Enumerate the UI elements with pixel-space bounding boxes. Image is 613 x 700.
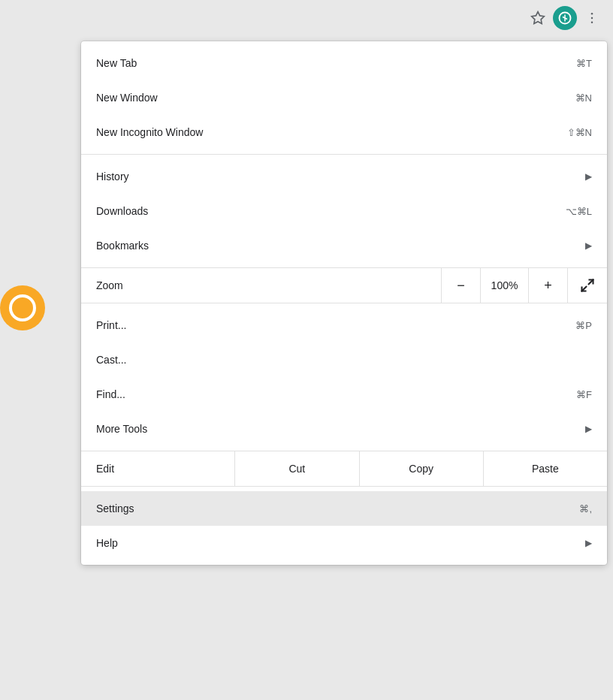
cast-label: Cast...: [96, 354, 126, 366]
zoom-row: Zoom − 100% +: [81, 268, 607, 303]
paste-label: Paste: [532, 463, 559, 475]
settings-label: Settings: [96, 502, 134, 514]
more-tools-arrow: ▶: [585, 424, 592, 434]
edit-text: Edit: [96, 463, 114, 475]
menu-section-windows: New Tab ⌘T New Window ⌘N New Incognito W…: [81, 41, 607, 154]
settings-shortcut: ⌘,: [579, 503, 592, 514]
zoom-controls: − 100% +: [442, 268, 607, 303]
more-options-button[interactable]: [580, 6, 604, 30]
bookmarks-arrow: ▶: [585, 240, 592, 251]
menu-section-settings: Settings ⌘, Help ▶: [81, 487, 607, 565]
zoom-value-display[interactable]: 100%: [481, 268, 529, 303]
new-incognito-shortcut: ⇧⌘N: [567, 127, 592, 138]
menu-item-print[interactable]: Print... ⌘P: [81, 308, 607, 342]
find-label: Find...: [96, 388, 125, 400]
extension-icon-button[interactable]: [553, 6, 577, 30]
print-label: Print...: [96, 319, 126, 331]
menu-item-downloads[interactable]: Downloads ⌥⌘L: [81, 194, 607, 228]
help-arrow: ▶: [585, 538, 592, 548]
downloads-shortcut: ⌥⌘L: [566, 206, 592, 217]
menu-item-help[interactable]: Help ▶: [81, 526, 607, 560]
svg-point-4: [591, 22, 593, 24]
menu-item-history[interactable]: History ▶: [81, 159, 607, 194]
menu-item-cast[interactable]: Cast...: [81, 342, 607, 377]
copy-button[interactable]: Copy: [360, 451, 484, 486]
menu-item-find[interactable]: Find... ⌘F: [81, 377, 607, 412]
menu-section-nav: History ▶ Downloads ⌥⌘L Bookmarks ▶: [81, 155, 607, 267]
menu-item-new-tab[interactable]: New Tab ⌘T: [81, 46, 607, 80]
print-shortcut: ⌘P: [575, 320, 592, 331]
menu-item-new-incognito[interactable]: New Incognito Window ⇧⌘N: [81, 115, 607, 149]
help-label: Help: [96, 537, 118, 549]
copy-label: Copy: [409, 463, 433, 475]
edit-row: Edit Cut Copy Paste: [81, 451, 607, 486]
star-button[interactable]: [526, 6, 550, 30]
cut-label: Cut: [288, 463, 305, 475]
chrome-menu: New Tab ⌘T New Window ⌘N New Incognito W…: [81, 41, 607, 565]
zoom-text: Zoom: [96, 279, 123, 291]
zoom-fullscreen-button[interactable]: [568, 268, 607, 303]
paste-button[interactable]: Paste: [484, 451, 607, 486]
new-tab-label: New Tab: [96, 57, 137, 69]
find-shortcut: ⌘F: [576, 389, 592, 400]
yellow-circle-decoration: [0, 285, 45, 330]
history-arrow: ▶: [585, 171, 592, 182]
menu-item-settings[interactable]: Settings ⌘,: [81, 491, 607, 526]
menu-item-new-window[interactable]: New Window ⌘N: [81, 80, 607, 115]
yellow-circle-inner: [9, 294, 36, 321]
menu-section-tools: Print... ⌘P Cast... Find... ⌘F More Tool…: [81, 303, 607, 451]
new-incognito-label: New Incognito Window: [96, 126, 203, 138]
downloads-label: Downloads: [96, 205, 148, 217]
zoom-plus-button[interactable]: +: [529, 268, 568, 303]
zoom-minus-button[interactable]: −: [442, 268, 481, 303]
menu-item-bookmarks[interactable]: Bookmarks ▶: [81, 228, 607, 263]
edit-label: Edit: [81, 451, 235, 486]
zoom-plus-icon: +: [544, 278, 552, 294]
zoom-minus-icon: −: [457, 278, 465, 294]
svg-point-2: [591, 13, 593, 15]
menu-item-more-tools[interactable]: More Tools ▶: [81, 412, 607, 446]
zoom-label[interactable]: Zoom: [81, 268, 442, 303]
browser-toolbar: [517, 0, 613, 36]
new-tab-shortcut: ⌘T: [576, 58, 592, 69]
cut-button[interactable]: Cut: [235, 451, 359, 486]
zoom-percent: 100%: [491, 279, 518, 291]
svg-point-3: [591, 17, 593, 20]
bookmarks-label: Bookmarks: [96, 240, 149, 252]
more-tools-label: More Tools: [96, 423, 147, 435]
history-label: History: [96, 170, 129, 183]
new-window-shortcut: ⌘N: [575, 92, 592, 104]
new-window-label: New Window: [96, 92, 158, 104]
svg-marker-0: [532, 12, 545, 24]
